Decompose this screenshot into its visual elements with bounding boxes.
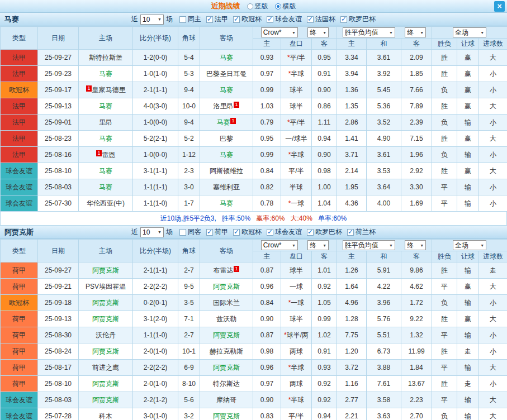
europe-away-odds-cell: 2.70 (401, 408, 432, 420)
asia-home-odds-cell: 0.84 (253, 295, 281, 311)
filter-checkbox-同主[interactable]: 同主 (179, 15, 201, 24)
team-name: 阿贾克斯 (92, 315, 119, 323)
match-count-select[interactable]: 10▼ (140, 15, 164, 25)
result-goals-cell: 小 (479, 82, 507, 98)
filter-checkbox-球会友谊[interactable]: 球会友谊 (267, 15, 302, 24)
handicap-star: * (288, 151, 291, 159)
team-name: 摩纳哥 (216, 396, 236, 404)
filter-checkbox-荷甲[interactable]: 荷甲 (206, 227, 228, 237)
scope-select[interactable]: 全场▼ (453, 240, 486, 250)
team-name: 马赛 (99, 70, 112, 78)
europe-avg-select[interactable]: 胜平负均值▼ (343, 27, 395, 37)
filter-checkbox-法国杯[interactable]: 法国杯 (307, 15, 335, 24)
corner-cell: 5-4 (178, 50, 200, 66)
team-name: 马赛 (220, 54, 233, 61)
europe-stage-select[interactable]: 终▼ (405, 240, 426, 250)
asia-away-odds-cell: 1.04 (312, 195, 337, 212)
col-header-outcome: 胜负 (432, 39, 457, 50)
checkbox-label: 球会友谊 (275, 15, 302, 24)
checkbox-box[interactable] (307, 229, 314, 236)
red-card-badge: 1 (234, 266, 239, 272)
checkbox-box[interactable] (206, 16, 213, 23)
scope-select[interactable]: 全场▼ (453, 27, 486, 37)
team-name: 阿贾克斯 (92, 266, 119, 274)
match-row: 球会友谊25-07-28科木3-0(1-0)3-2阿贾克斯0.83平/半0.94… (1, 408, 507, 420)
layout-radio-vertical[interactable]: 竖版 (247, 2, 268, 11)
filter-checkbox-荷兰杯[interactable]: 荷兰杯 (347, 227, 376, 237)
home-team-cell: 华伦西亚(中) (79, 195, 133, 212)
match-date-cell: 25-08-03 (38, 392, 79, 408)
match-date-cell: 25-09-27 (38, 262, 79, 279)
checkbox-box[interactable] (347, 229, 354, 236)
odds-stage-select[interactable]: 终▼ (307, 27, 329, 37)
asia-handicap-cell: *一球 (281, 295, 312, 311)
filter-checkbox-球会友谊[interactable]: 球会友谊 (267, 227, 302, 237)
home-team-cell: 里昂 (79, 114, 133, 131)
match-date-cell: 25-08-30 (38, 327, 79, 343)
asia-away-odds-cell: 1.00 (312, 179, 337, 195)
result-handicap-cell: 赢 (457, 311, 479, 327)
asia-handicap-cell: *半球 (281, 147, 312, 163)
dropdown-value: Crow* (263, 28, 282, 36)
europe-avg-select[interactable]: 胜平负均值▼ (343, 240, 395, 250)
europe-draw-odds-cell: 3.61 (367, 147, 401, 163)
league-type-cell: 荷甲 (1, 376, 38, 392)
filter-checkbox-欧罗巴杯[interactable]: 欧罗巴杯 (307, 227, 342, 237)
handicap-star: * (284, 331, 287, 339)
away-team-cell: 国际米兰 (200, 295, 253, 311)
europe-stage-select[interactable]: 终▼ (405, 27, 426, 37)
radio-icon[interactable] (247, 3, 253, 9)
panel-title: 近期战绩 (211, 1, 240, 11)
chevron-down-icon: ▼ (420, 244, 424, 247)
corner-cell: 1-12 (178, 147, 200, 163)
asia-away-odds-cell: 0.99 (312, 311, 337, 327)
layout-radio-horizontal[interactable]: 横版 (275, 2, 296, 11)
section-header-bar: 阿贾克斯 近 10▼ 场 同客荷甲欧冠杯球会友谊欧罗巴杯荷兰杯 (0, 226, 507, 239)
result-outcome-cell: 胜 (432, 311, 457, 327)
league-type-cell: 球会友谊 (1, 163, 38, 179)
result-goals-cell: 小 (479, 114, 507, 131)
result-outcome-cell: 负 (432, 114, 457, 131)
radio-icon[interactable] (275, 3, 281, 9)
chevron-down-icon: ▼ (420, 31, 424, 35)
score-cell: 1-0(1-0) (133, 66, 178, 82)
odds-stage-select[interactable]: 终▼ (307, 240, 329, 250)
europe-home-odds-cell: 3.34 (337, 50, 367, 66)
filter-checkbox-法甲[interactable]: 法甲 (206, 15, 228, 24)
col-header-type: 类型 (1, 27, 38, 50)
europe-away-odds-cell: 1.72 (401, 295, 432, 311)
close-icon[interactable]: × (494, 1, 505, 12)
dropdown-value: 全场 (455, 28, 468, 37)
team-name: 阿贾克斯 (92, 347, 119, 355)
match-count-select[interactable]: 10▼ (140, 227, 164, 237)
chevron-down-icon: ▼ (158, 230, 162, 234)
europe-home-odds-cell: 2.86 (337, 114, 367, 131)
europe-home-odds-cell: 1.41 (337, 131, 367, 147)
filter-checkbox-欧罗巴杯[interactable]: 欧罗巴杯 (340, 15, 376, 24)
filter-checkbox-同客[interactable]: 同客 (179, 227, 201, 237)
dropdown-value: 10 (143, 228, 150, 236)
filter-checkbox-欧冠杯[interactable]: 欧冠杯 (233, 15, 262, 24)
checkbox-box[interactable] (307, 16, 314, 23)
checkbox-box[interactable] (206, 229, 213, 236)
asia-away-odds-cell: 0.92 (312, 279, 337, 295)
filter-checkbox-欧冠杯[interactable]: 欧冠杯 (233, 227, 262, 237)
odds-source-select[interactable]: Crow*▼ (261, 27, 298, 37)
odds-source-select[interactable]: Crow*▼ (261, 240, 298, 250)
checkbox-box[interactable] (179, 229, 186, 236)
checkbox-box[interactable] (340, 16, 347, 23)
checkbox-box[interactable] (233, 229, 240, 236)
match-date-cell: 25-08-24 (38, 343, 79, 360)
checkbox-box[interactable] (267, 229, 273, 236)
checkbox-box[interactable] (233, 16, 240, 23)
checkbox-box[interactable] (179, 16, 186, 23)
europe-away-odds-cell: 2.09 (401, 50, 432, 66)
summary-segment: 胜率:50% (222, 214, 250, 223)
handicap-star: * (288, 299, 291, 307)
checkbox-box[interactable] (267, 16, 273, 23)
col-header-home: 主场 (79, 27, 133, 50)
result-goals-cell: 大 (479, 163, 507, 179)
team-name: 前进之鹰 (92, 364, 119, 371)
result-handicap-cell: 输 (457, 179, 479, 195)
team-name: 里昂 (99, 118, 112, 126)
